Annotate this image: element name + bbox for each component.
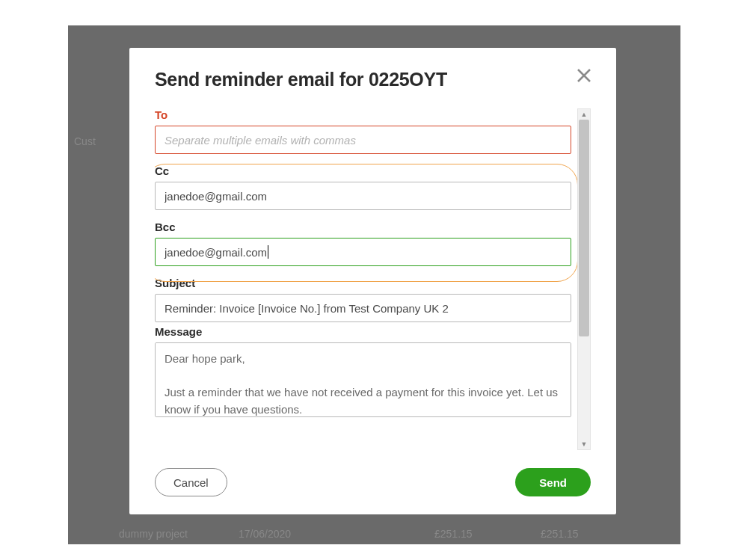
- modal-title: Send reminder email for 0225OYT: [155, 69, 447, 90]
- scrollbar-track[interactable]: ▲ ▼: [577, 108, 591, 450]
- scroll-up-arrow[interactable]: ▲: [578, 109, 590, 120]
- message-label: Message: [155, 325, 571, 338]
- bcc-input-value: janedoe@gmail.com: [165, 246, 267, 259]
- subject-input[interactable]: [155, 294, 571, 322]
- modal-footer: Cancel Send: [155, 450, 591, 496]
- bg-row-project: dummy project: [119, 528, 188, 540]
- text-cursor: [268, 245, 268, 259]
- bg-cust-label: Cust: [74, 135, 96, 147]
- message-textarea[interactable]: [155, 342, 571, 417]
- modal-header: Send reminder email for 0225OYT: [155, 69, 591, 90]
- message-field-group: Message: [155, 325, 571, 420]
- cc-input[interactable]: [155, 182, 571, 210]
- bg-row-amt1: £251.15: [434, 528, 473, 540]
- to-label: To: [155, 108, 571, 121]
- cc-label: Cc: [155, 164, 571, 177]
- reminder-email-modal: Send reminder email for 0225OYT To Cc Bc…: [129, 48, 616, 514]
- modal-scroll-area: To Cc Bcc janedoe@gmail.com Subject Mess…: [155, 108, 591, 450]
- send-button[interactable]: Send: [515, 468, 591, 496]
- bcc-field-group: Bcc janedoe@gmail.com: [155, 221, 571, 266]
- subject-field-group: Subject: [155, 277, 571, 322]
- bcc-input[interactable]: janedoe@gmail.com: [155, 238, 571, 266]
- close-icon: [576, 67, 592, 84]
- scrollbar-thumb[interactable]: [579, 120, 589, 336]
- subject-label: Subject: [155, 277, 571, 289]
- to-input[interactable]: [155, 126, 571, 154]
- bg-row-date: 17/06/2020: [239, 528, 291, 540]
- scroll-down-arrow[interactable]: ▼: [578, 439, 590, 449]
- cc-field-group: Cc: [155, 164, 571, 210]
- bcc-label: Bcc: [155, 221, 571, 233]
- close-button[interactable]: [574, 66, 594, 85]
- to-field-group: To: [155, 108, 571, 154]
- cancel-button[interactable]: Cancel: [155, 468, 227, 496]
- bg-row-amt2: £251.15: [541, 528, 579, 540]
